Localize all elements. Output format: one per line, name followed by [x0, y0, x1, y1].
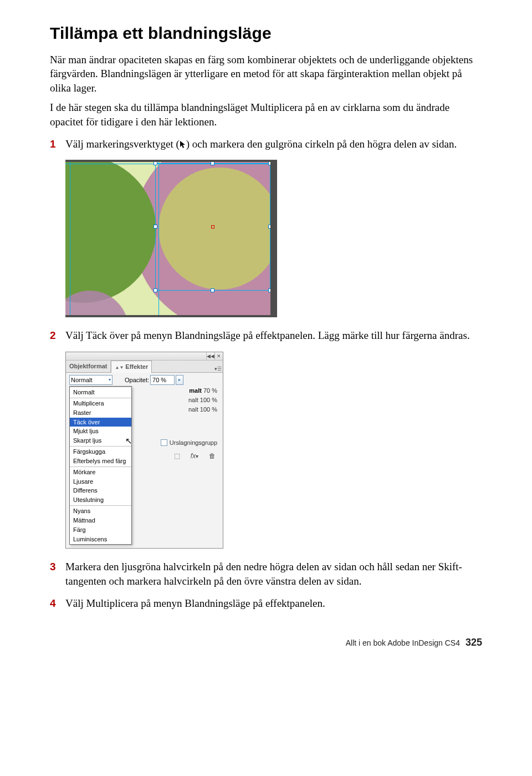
book-title: Allt i en bok Adobe InDesign CS4 [346, 638, 460, 648]
handle-icon [211, 162, 214, 165]
blend-option[interactable]: Mättnad [70, 516, 131, 525]
page-footer: Allt i en bok Adobe InDesign CS4 325 [50, 636, 482, 649]
clear-override-icon[interactable]: ⬚ [172, 452, 182, 460]
handle-icon [154, 288, 157, 292]
opacity-slider-button[interactable]: ▸ [176, 375, 183, 385]
opacity-input[interactable]: 70 % [150, 375, 175, 385]
step-3: Markera den ljusgröna halvcirkeln på den… [50, 560, 482, 588]
panel-body: Normalt ▾ Opacitet: 70 % ▸ ↖ Normalt [66, 373, 223, 549]
intro-para-1: När man ändrar opaciteten skapas en färg… [50, 53, 482, 95]
small-purple-circle [65, 291, 129, 315]
close-icon[interactable]: ✕ [214, 352, 223, 360]
panel-icon-row: ⬚ fx▾ 🗑 [135, 452, 217, 460]
handle-icon [211, 288, 214, 292]
green-circle [65, 162, 156, 303]
effects-panel-screenshot: ◀◀ ✕ Objektformat ▲▼Effekter ▾☰ Normalt … [65, 352, 223, 549]
blend-option[interactable]: Ljusare [70, 477, 131, 486]
heading: Tillämpa ett blandningsläge [50, 22, 482, 45]
blend-option[interactable]: Efterbelys med färg [70, 457, 131, 466]
fx-button[interactable]: fx▾ [190, 452, 200, 460]
blend-option[interactable]: Multiplicera [70, 399, 131, 408]
handle-icon [154, 225, 157, 229]
step-1-text-a: Välj markeringsverktyget ( [65, 138, 180, 150]
artboard [65, 162, 270, 315]
panel-topbar: ◀◀ ✕ [66, 352, 223, 361]
selection-tool-icon [180, 140, 186, 149]
step-4: Välj Multiplicera på menyn Blandningsläg… [50, 596, 482, 611]
tab-objektformat[interactable]: Objektformat [66, 361, 111, 372]
blend-option[interactable]: Mjukt ljus [70, 427, 131, 436]
center-point-icon [211, 225, 214, 229]
step-1-text-b: ) och markera den gulgröna cirkeln på de… [186, 138, 457, 150]
blend-option[interactable]: Uteslutning [70, 495, 131, 505]
chevron-down-icon: ▾ [109, 377, 111, 383]
blend-option[interactable]: Skarpt ljus [70, 436, 131, 445]
opacity-control: Opacitet: 70 % ▸ [125, 375, 183, 385]
panel-right-info: malt 70 % nalt 100 % nalt 100 % Urslagni… [132, 385, 221, 461]
blend-mode-value: Normalt [71, 376, 93, 384]
opacity-label: Opacitet: [125, 376, 149, 384]
intro-block: När man ändrar opaciteten skapas en färg… [50, 53, 482, 129]
step-2: Välj Täck över på menyn Blandningsläge p… [50, 328, 482, 549]
canvas-screenshot [65, 160, 277, 317]
panel-menu-icon[interactable]: ▾☰ [213, 366, 223, 372]
blend-option[interactable]: Färgskugga [70, 447, 131, 457]
step-4-text: Välj Multiplicera på menyn Blandningsläg… [65, 597, 325, 609]
panel-row-mode: Normalt ▾ Opacitet: 70 % ▸ [69, 375, 219, 385]
handle-icon [268, 225, 270, 229]
blend-option[interactable]: Färg [70, 525, 131, 535]
blend-mode-list: ↖ Normalt Multiplicera Raster Täck över … [69, 386, 132, 545]
blend-option[interactable]: Differens [70, 486, 131, 495]
blend-option[interactable]: Nyans [70, 506, 131, 516]
blend-option[interactable]: Mörkare [70, 468, 131, 477]
step-1: Välj markeringsverktyget () och markera … [50, 137, 482, 318]
guide-vertical-left [70, 162, 70, 315]
knockout-checkbox[interactable]: Urslagningsgrupp [135, 439, 217, 447]
step-3-text: Markera den ljusgröna halvcirkeln på den… [65, 561, 462, 587]
checkbox-icon [161, 439, 167, 446]
blend-mode-dropdown[interactable]: Normalt ▾ [69, 375, 112, 385]
selection-frame [155, 163, 270, 291]
collapse-icon[interactable]: ◀◀ [206, 352, 214, 360]
blend-option[interactable]: Normalt [70, 388, 131, 397]
page-number: 325 [466, 636, 482, 649]
tab-updown-icon: ▲▼ [115, 365, 124, 370]
step-2-text: Välj Täck över på menyn Blandningsläge p… [65, 329, 470, 341]
tabstrip: Objektformat ▲▼Effekter ▾☰ [66, 361, 223, 373]
tab-effekter[interactable]: ▲▼Effekter [111, 361, 152, 373]
blend-option[interactable]: Raster [70, 408, 131, 418]
handle-icon [154, 162, 157, 165]
handle-icon [268, 162, 270, 165]
blend-option-selected[interactable]: Täck över [70, 418, 131, 427]
intro-para-2: I de här stegen ska du tillämpa blandnin… [50, 100, 482, 129]
step-list: Välj markeringsverktyget () och markera … [50, 137, 482, 611]
blend-option[interactable]: Luminiscens [70, 535, 131, 544]
handle-icon [268, 288, 270, 292]
trash-icon[interactable]: 🗑 [207, 452, 217, 460]
